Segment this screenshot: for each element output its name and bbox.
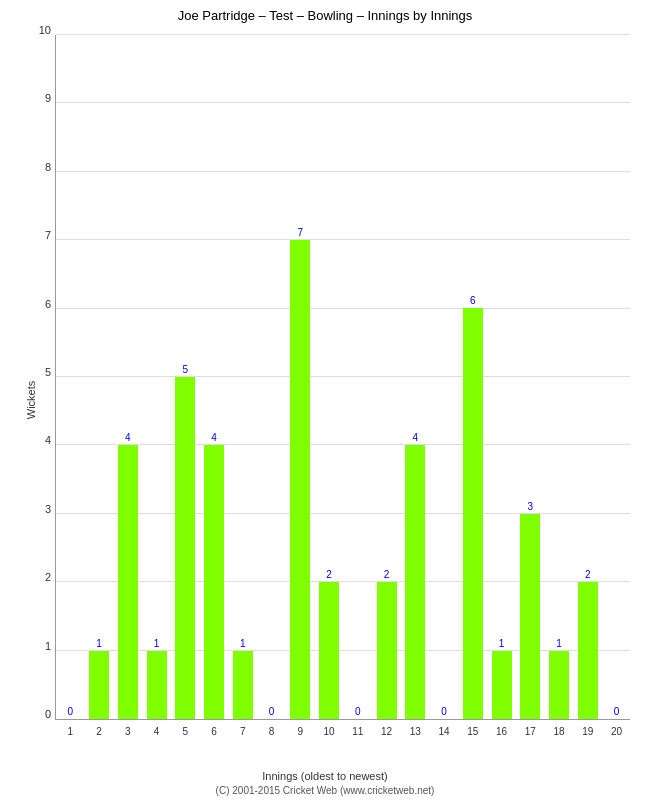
bar [89,651,109,720]
x-axis-label: 12 [381,726,392,737]
bar-value-label: 0 [432,706,456,717]
x-axis-label: 17 [525,726,536,737]
grid-line [56,102,630,103]
grid-line [56,171,630,172]
bar [520,514,540,720]
y-label: 6 [26,298,51,310]
bar [463,308,483,719]
x-axis-label: 11 [352,726,363,737]
x-axis-label: 8 [269,726,275,737]
bar [118,445,138,719]
x-axis-label: 16 [496,726,507,737]
x-axis-label: 9 [298,726,304,737]
bar-value-label: 7 [288,227,312,238]
bar [147,651,167,720]
x-axis-label: 10 [324,726,335,737]
y-label: 8 [26,161,51,173]
grid-line [56,581,630,582]
bar-value-label: 3 [518,501,542,512]
grid-line [56,444,630,445]
x-axis-label: 7 [240,726,246,737]
y-label: 9 [26,92,51,104]
y-label: 5 [26,366,51,378]
bar-value-label: 2 [375,569,399,580]
bar-value-label: 2 [317,569,341,580]
bar-value-label: 4 [116,432,140,443]
x-axis-label: 19 [582,726,593,737]
bar [578,582,598,719]
grid-line [56,376,630,377]
y-label: 2 [26,571,51,583]
bar-value-label: 5 [173,364,197,375]
bar [233,651,253,720]
bar [377,582,397,719]
bar-value-label: 4 [403,432,427,443]
y-label: 3 [26,503,51,515]
bar-value-label: 1 [490,638,514,649]
chart-container: Joe Partridge – Test – Bowling – Innings… [0,0,650,800]
bar [549,651,569,720]
bar-value-label: 0 [260,706,284,717]
grid-line [56,34,630,35]
grid-line [56,650,630,651]
grid-line [56,513,630,514]
grid-line [56,239,630,240]
bar-value-label: 6 [461,295,485,306]
y-label: 7 [26,229,51,241]
chart-title: Joe Partridge – Test – Bowling – Innings… [0,0,650,27]
bar-value-label: 2 [576,569,600,580]
y-label: 0 [26,708,51,720]
footer: (C) 2001-2015 Cricket Web (www.cricketwe… [0,785,650,796]
x-axis-label: 18 [554,726,565,737]
x-axis-label: 6 [211,726,217,737]
x-axis-label: 1 [68,726,74,737]
bar [319,582,339,719]
bar [175,377,195,720]
x-axis-label: 20 [611,726,622,737]
bar-value-label: 0 [58,706,82,717]
bar-value-label: 1 [231,638,255,649]
y-label: 10 [26,24,51,36]
x-axis-label: 14 [439,726,450,737]
bar [290,240,310,720]
x-axis-title: Innings (oldest to newest) [0,770,650,782]
bar-value-label: 0 [605,706,629,717]
bar-value-label: 1 [145,638,169,649]
x-axis-label: 3 [125,726,131,737]
x-axis-label: 4 [154,726,160,737]
y-axis-title: Wickets [25,381,37,420]
bar-value-label: 1 [547,638,571,649]
x-axis-label: 15 [467,726,478,737]
bar-value-label: 1 [87,638,111,649]
y-label: 4 [26,434,51,446]
x-axis-label: 13 [410,726,421,737]
y-label: 1 [26,640,51,652]
bar-value-label: 4 [202,432,226,443]
bar [405,445,425,719]
chart-area: 0123456789100112431455461708792100112124… [55,35,630,720]
bar [204,445,224,719]
bar-value-label: 0 [346,706,370,717]
x-axis-label: 5 [183,726,189,737]
x-axis-label: 2 [96,726,102,737]
grid-line [56,308,630,309]
bar [492,651,512,720]
